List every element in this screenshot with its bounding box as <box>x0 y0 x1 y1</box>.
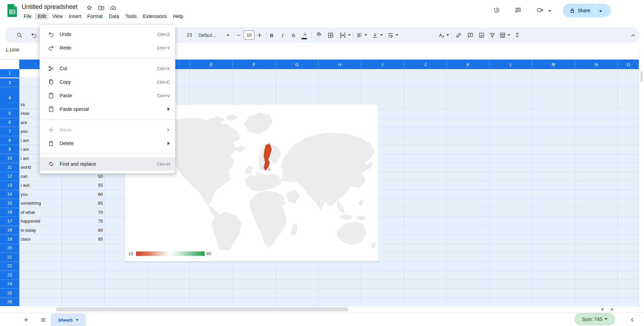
cell-L24[interactable] <box>490 280 532 289</box>
cell-N14[interactable] <box>575 190 618 199</box>
cell-I26[interactable] <box>361 298 404 306</box>
cell-J6[interactable] <box>404 118 447 127</box>
cell-J18[interactable] <box>404 226 447 235</box>
cell-J7[interactable] <box>404 127 447 136</box>
cell-J15[interactable] <box>404 199 447 208</box>
version-history-icon[interactable] <box>493 7 501 14</box>
cell-K6[interactable] <box>447 118 490 127</box>
cell-G25[interactable] <box>276 289 318 298</box>
cell-A24[interactable] <box>19 280 62 289</box>
vertical-scrollbar[interactable] <box>639 52 644 312</box>
cell-B21[interactable] <box>62 253 105 262</box>
cell-K14[interactable] <box>447 190 490 199</box>
cell-B18[interactable]: 80 <box>62 226 105 235</box>
cell-N16[interactable] <box>575 208 618 217</box>
cell-K7[interactable] <box>447 127 490 136</box>
cell-G23[interactable] <box>276 271 318 280</box>
cell-L17[interactable] <box>490 217 532 226</box>
cell-M21[interactable] <box>532 253 575 262</box>
column-header-J[interactable]: J <box>404 60 447 69</box>
number-format-button[interactable]: 23 <box>187 32 192 38</box>
cell-O20[interactable] <box>618 244 639 253</box>
cell-O8[interactable] <box>618 136 639 145</box>
menu-extensions[interactable]: Extensions <box>140 13 170 20</box>
cell-M25[interactable] <box>532 289 575 298</box>
cell-H26[interactable] <box>318 298 361 306</box>
row-header-26[interactable]: 26 <box>0 298 19 306</box>
cell-J10[interactable] <box>404 154 447 163</box>
cell-J11[interactable] <box>404 163 447 172</box>
font-size-input[interactable]: 10 <box>244 30 254 40</box>
text-color-button[interactable]: A <box>300 30 310 40</box>
cell-L20[interactable] <box>490 244 532 253</box>
select-all-corner[interactable] <box>0 60 19 69</box>
column-header-F[interactable]: F <box>233 60 276 69</box>
cell-A18[interactable]: in today <box>19 226 62 235</box>
column-header-I[interactable]: I <box>361 60 404 69</box>
cell-N1[interactable] <box>575 69 618 78</box>
cell-E1[interactable] <box>190 69 233 78</box>
cell-L6[interactable] <box>490 118 532 127</box>
cell-K26[interactable] <box>447 298 490 306</box>
cell-I22[interactable] <box>361 262 404 271</box>
cell-A23[interactable] <box>19 271 62 280</box>
cell-A20[interactable] <box>19 244 62 253</box>
cell-K23[interactable] <box>447 271 490 280</box>
cell-K3[interactable] <box>447 78 490 87</box>
table-views-button[interactable] <box>497 30 508 40</box>
menu-file[interactable]: File <box>21 13 34 20</box>
cell-K17[interactable] <box>447 217 490 226</box>
cell-K10[interactable] <box>447 154 490 163</box>
cell-B14[interactable]: 60 <box>62 190 105 199</box>
cell-C25[interactable] <box>105 289 148 298</box>
cell-K15[interactable] <box>447 199 490 208</box>
row-header-5[interactable]: 5 <box>0 109 19 118</box>
cell-A15[interactable]: something <box>19 199 62 208</box>
column-header-O[interactable]: O <box>618 60 639 69</box>
cell-K25[interactable] <box>447 289 490 298</box>
menu-data[interactable]: Data <box>106 13 122 20</box>
cell-N22[interactable] <box>575 262 618 271</box>
cell-C24[interactable] <box>105 280 148 289</box>
cell-A13[interactable]: i ask <box>19 181 62 190</box>
cell-L19[interactable] <box>490 235 532 244</box>
cell-M9[interactable] <box>532 145 575 154</box>
cell-K22[interactable] <box>447 262 490 271</box>
menu-item-paste[interactable]: PasteCtrl+V <box>40 89 175 102</box>
cell-O17[interactable] <box>618 217 639 226</box>
row-header-21[interactable]: 21 <box>0 253 19 262</box>
cell-L3[interactable] <box>490 78 532 87</box>
cell-E24[interactable] <box>190 280 233 289</box>
cell-M15[interactable] <box>532 199 575 208</box>
cell-G22[interactable] <box>276 262 318 271</box>
italic-button[interactable]: I <box>277 30 288 40</box>
horizontal-align-button[interactable] <box>354 30 364 40</box>
cell-N13[interactable] <box>575 181 618 190</box>
cell-N23[interactable] <box>575 271 618 280</box>
cell-O9[interactable] <box>618 145 639 154</box>
cell-M18[interactable] <box>532 226 575 235</box>
cell-L1[interactable] <box>490 69 532 78</box>
menu-help[interactable]: Help <box>170 13 186 20</box>
cell-J3[interactable] <box>404 78 447 87</box>
horizontal-scrollbar[interactable] <box>0 306 639 312</box>
cell-K12[interactable] <box>447 172 490 181</box>
cell-F23[interactable] <box>233 271 276 280</box>
cell-N20[interactable] <box>575 244 618 253</box>
cell-J26[interactable] <box>404 298 447 306</box>
cell-K4[interactable] <box>447 87 490 109</box>
increase-font-size-button[interactable] <box>255 30 264 40</box>
row-header-12[interactable]: 12 <box>0 172 19 181</box>
cell-N7[interactable] <box>575 127 618 136</box>
row-header-17[interactable]: 17 <box>0 217 19 226</box>
column-header-M[interactable]: M <box>532 60 575 69</box>
cell-M20[interactable] <box>532 244 575 253</box>
cell-M13[interactable] <box>532 181 575 190</box>
share-caret[interactable] <box>595 7 606 14</box>
cell-B19[interactable]: 85 <box>62 235 105 244</box>
cell-B20[interactable] <box>62 244 105 253</box>
cell-J8[interactable] <box>404 136 447 145</box>
row-header-16[interactable]: 16 <box>0 208 19 217</box>
cell-L9[interactable] <box>490 145 532 154</box>
cell-O16[interactable] <box>618 208 639 217</box>
